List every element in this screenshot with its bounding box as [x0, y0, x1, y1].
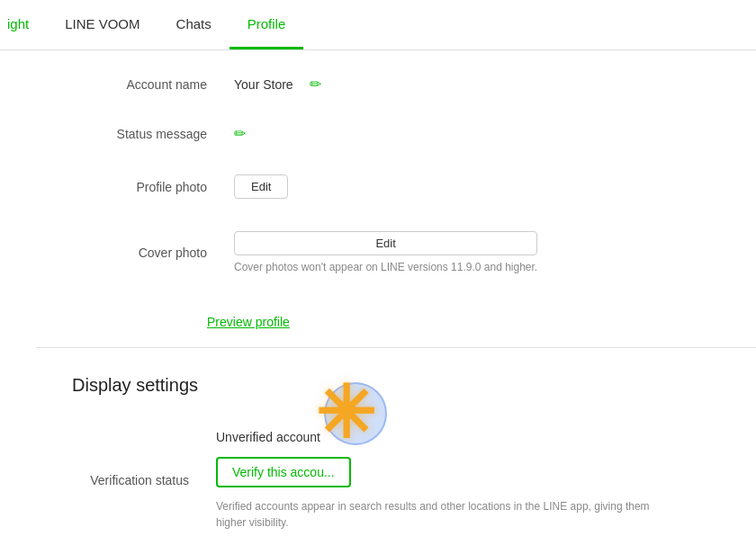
status-message-row: Status message ✏ — [90, 109, 756, 158]
status-message-value-container: ✏ — [234, 125, 246, 142]
main-content: Account name Your Store ✏ Status message… — [0, 50, 756, 554]
display-settings-title: Display settings — [72, 375, 756, 396]
profile-photo-row: Profile photo Edit — [90, 158, 756, 215]
account-name-row: Account name Your Store ✏ — [90, 59, 756, 109]
nav-item-chats[interactable]: Chats — [158, 0, 230, 49]
cover-photo-label: Cover photo — [90, 246, 234, 260]
profile-form-section: Account name Your Store ✏ Status message… — [36, 50, 756, 308]
preview-profile-link[interactable]: Preview profile — [36, 308, 290, 347]
account-name-edit-icon[interactable]: ✏ — [310, 76, 321, 93]
cover-photo-value-container: Edit Cover photos won't appear on LINE v… — [234, 231, 537, 273]
account-name-value-container: Your Store ✏ — [234, 76, 321, 93]
profile-photo-value-container: Edit — [234, 174, 288, 199]
top-navigation: ight LINE VOOM Chats Profile — [0, 0, 756, 50]
verified-hint-text: Verified accounts appear in search resul… — [216, 498, 666, 531]
cover-photo-col: Edit Cover photos won't appear on LINE v… — [234, 231, 537, 273]
nav-item-insight[interactable]: ight — [0, 0, 47, 49]
account-name-label: Account name — [90, 77, 234, 92]
nav-item-linevoom[interactable]: LINE VOOM — [47, 0, 158, 49]
nav-item-profile[interactable]: Profile — [230, 0, 304, 49]
profile-photo-edit-button[interactable]: Edit — [234, 174, 288, 199]
preview-profile-container: Preview profile — [36, 308, 756, 347]
cover-photo-row: Cover photo Edit Cover photos won't appe… — [90, 215, 756, 290]
status-message-edit-icon[interactable]: ✏ — [234, 125, 246, 142]
verify-account-button[interactable]: Verify this accou... — [216, 457, 351, 487]
verification-status-value-container: Unverified account Verify this accou... … — [216, 430, 666, 531]
cover-photo-edit-button[interactable]: Edit — [234, 231, 537, 255]
verification-status-label: Verification status — [72, 473, 216, 487]
cover-photo-hint: Cover photos won't appear on LINE versio… — [234, 261, 537, 273]
verification-status-value: Unverified account — [216, 430, 320, 444]
verification-status-row: Verification status Unverified account V… — [72, 414, 756, 547]
status-message-label: Status message — [90, 127, 234, 141]
account-name-value: Your Store — [234, 77, 293, 92]
display-settings-section: Display settings Verification status Unv… — [36, 348, 756, 554]
profile-photo-label: Profile photo — [90, 180, 234, 194]
